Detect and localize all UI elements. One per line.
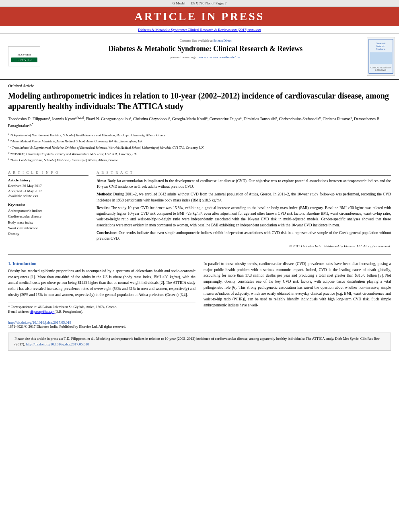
article-in-press-banner: ARTICLE IN PRESS: [0, 7, 399, 26]
doi-link[interactable]: http://dx.doi.org/10.1016/j.dsx.2017.05.…: [8, 320, 71, 325]
homepage-url-text: www.elsevier.com/locate/dsx: [198, 55, 241, 59]
journal-citation-link[interactable]: Diabetes & Metabolic Syndrome: Clinical …: [138, 28, 261, 32]
intro-left-column: 1. Introduction Obesity has reached epid…: [8, 261, 195, 314]
keyword-1: Anthropometric indices: [8, 208, 88, 214]
article-type-text: Original Article: [8, 84, 34, 88]
intro-columns: 1. Introduction Obesity has reached epid…: [8, 261, 391, 314]
svg-text:Metabolic: Metabolic: [376, 45, 385, 47]
received-date: Received 26 May 2017: [8, 183, 88, 189]
abstract-copyright: © 2017 Diabetes India. Published by Else…: [97, 244, 391, 249]
svg-text:& REVIEWS: & REVIEWS: [375, 69, 387, 71]
doi-url-text: http://dx.doi.org/10.1016/j.dsx.2017.05.…: [8, 320, 71, 325]
abstract-column: A B S T R A C T Aims: Body fat accumulat…: [97, 170, 391, 251]
abstract-aims: Aims: Body fat accumulation is implicate…: [97, 178, 391, 190]
journal-link-bar: Diabetes & Metabolic Syndrome: Clinical …: [0, 26, 399, 34]
affiliation-e: e ᵉ First Cardiology Clinic, School of M…: [8, 157, 391, 163]
abstract-conclusions: Conclusions: Our results indicate that e…: [97, 230, 391, 242]
article-body: Original Article Modeling anthropometric…: [0, 80, 399, 355]
svg-text:CLINICAL RESEARCH: CLINICAL RESEARCH: [370, 67, 391, 69]
article-title-text: Modeling anthropometric indices in relat…: [8, 91, 389, 111]
footnote-section: * Correspondence to: 46 Paleon Polemisto…: [8, 302, 195, 315]
svg-text:Syndrome: Syndrome: [376, 48, 385, 50]
article-type: Original Article: [8, 84, 391, 88]
keyword-5: Obesity: [8, 231, 88, 236]
journal-main-title: Diabetes & Metabolic Syndrome: Clinical …: [50, 44, 361, 53]
svg-text:Diabetes &: Diabetes &: [376, 43, 386, 45]
g-model-text: G Model: [173, 1, 185, 5]
affiliation-b: b ᵇ Aston Medical Research Institute, As…: [8, 138, 391, 144]
journal-homepage: journal homepage: www.elsevier.com/locat…: [50, 55, 361, 59]
email-link[interactable]: dbpanag@hua.gr: [30, 310, 54, 314]
abstract-methods: Methods: During 2001–2, we enrolled 3042…: [97, 191, 391, 203]
citation-doi-text: http://dx.doi.org/10.1016/j.dsx.2017.05.…: [26, 342, 89, 346]
keywords-block: Keywords: Anthropometric indices Cardiov…: [8, 203, 88, 237]
svg-rect-9: [370, 52, 392, 64]
journal-title-area: Contents lists available at ScienceDirec…: [48, 37, 363, 76]
keyword-3: Body mass index: [8, 220, 88, 225]
available-online: Available online xxx: [8, 193, 88, 199]
press-banner-text: ARTICLE IN PRESS: [135, 10, 265, 23]
divider-after-affiliations: [8, 167, 391, 167]
svg-text:ELSEVIER: ELSEVIER: [16, 58, 32, 62]
svg-rect-0: [9, 47, 39, 66]
keyword-4: Waist circumference: [8, 225, 88, 231]
introduction-section: 1. Introduction Obesity has reached epid…: [8, 261, 391, 314]
intro-para-right-1: In parallel to these obesity trends, car…: [204, 261, 391, 308]
intro-left-text: Obesity has reached epidemic proportions…: [8, 268, 195, 298]
authors-block: Theodosios D. Filippatosa, Ioannis Kyrou…: [8, 115, 391, 129]
g-model-banner: G Model DSX 798 No. of Pages 7: [0, 0, 399, 7]
issn-text: 1871-4021/© 2017 Diabetes India. Publish…: [8, 325, 126, 329]
sciencedirect-text: ScienceDirect: [214, 39, 232, 43]
accepted-date: Accepted 31 May 2017: [8, 189, 88, 194]
model-number: DSX 798 No. of Pages 7: [191, 1, 226, 5]
history-label: Article history:: [8, 178, 88, 182]
intro-right-text: In parallel to these obesity trends, car…: [204, 261, 391, 308]
journal-header: ELSEVIER ELSEVIER Contents lists availab…: [0, 34, 399, 80]
affiliation-a: a ᵃ Department of Nutrition and Dietetic…: [8, 132, 391, 138]
correspondence-footnote: * Correspondence to: 46 Paleon Polemisto…: [8, 304, 195, 310]
article-title: Modeling anthropometric indices in relat…: [8, 90, 391, 111]
journal-citation-text: Diabetes & Metabolic Syndrome: Clinical …: [138, 28, 261, 32]
article-info-column: A R T I C L E I N F O Article history: R…: [8, 170, 88, 251]
email-footnote: E-mail address: dbpanag@hua.gr (D.B. Pan…: [8, 309, 195, 314]
elsevier-logo-svg: ELSEVIER ELSEVIER: [9, 47, 39, 66]
keywords-label: Keywords:: [8, 203, 88, 207]
affiliation-c: c ᶜ Translational & Experimental Medicin…: [8, 144, 391, 150]
elsevier-logo: ELSEVIER ELSEVIER: [8, 46, 40, 66]
homepage-link[interactable]: www.elsevier.com/locate/dsx: [198, 55, 241, 59]
journal-title-text: Diabetes & Metabolic Syndrome: Clinical …: [109, 45, 303, 53]
intro-section-title: 1. Introduction: [8, 261, 195, 266]
article-history-block: Article history: Received 26 May 2017 Ac…: [8, 178, 88, 199]
affiliations-block: a ᵃ Department of Nutrition and Dietetic…: [8, 132, 391, 163]
intro-para-1: Obesity has reached epidemic proportions…: [8, 268, 195, 298]
abstract-header: A B S T R A C T: [97, 170, 391, 176]
abstract-results: Results: The study 10-year CVD incidence…: [97, 205, 391, 228]
info-abstract-section: A R T I C L E I N F O Article history: R…: [8, 170, 391, 251]
sciencedirect-link[interactable]: ScienceDirect: [214, 39, 232, 43]
journal-logo-area: ELSEVIER ELSEVIER: [4, 37, 44, 76]
article-info-header: A R T I C L E I N F O: [8, 170, 88, 176]
doi-section: http://dx.doi.org/10.1016/j.dsx.2017.05.…: [8, 318, 391, 329]
citation-doi-link[interactable]: http://dx.doi.org/10.1016/j.dsx.2017.05.…: [26, 342, 89, 346]
divider-intro: [8, 255, 391, 255]
cover-image-svg: Diabetes & Metabolic Syndrome CLINICAL R…: [368, 38, 394, 74]
svg-text:ELSEVIER: ELSEVIER: [17, 53, 31, 56]
sciencedirect-label: Contents lists available at ScienceDirec…: [50, 39, 361, 43]
keyword-2: Cardiovascular disease: [8, 214, 88, 219]
contents-label: Contents lists available at: [180, 39, 213, 43]
journal-cover-image: Diabetes & Metabolic Syndrome CLINICAL R…: [367, 37, 395, 76]
abstract-text: Aims: Body fat accumulation is implicate…: [97, 178, 391, 249]
intro-right-column: In parallel to these obesity trends, car…: [204, 261, 391, 314]
homepage-label: journal homepage:: [171, 55, 197, 59]
citation-footer: Please cite this article in press as: T.…: [8, 333, 391, 351]
affiliation-d: d ᵈ WISDEM, University Hospitals Coventr…: [8, 151, 391, 157]
